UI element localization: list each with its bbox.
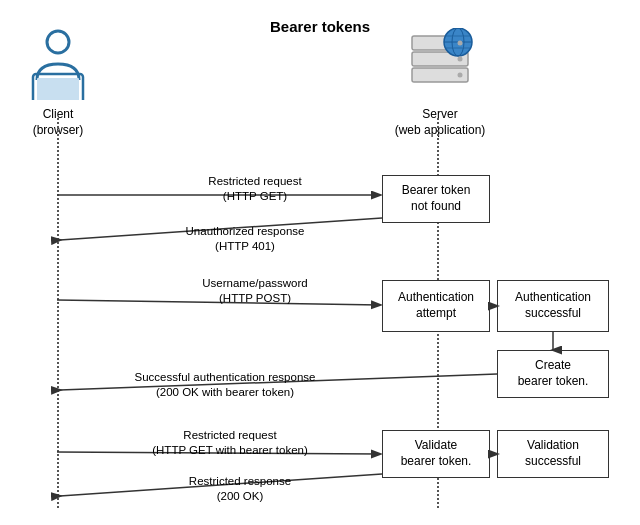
- successful-auth-response-label: Successful authentication response (200 …: [80, 370, 370, 400]
- svg-point-15: [458, 73, 463, 78]
- server-icon: Server (web application): [390, 28, 490, 138]
- create-bearer-box: Createbearer token.: [497, 350, 609, 398]
- client-vline: [57, 118, 59, 508]
- bearer-not-found-box: Bearer tokennot found: [382, 175, 490, 223]
- validation-successful-box: Validationsuccessful: [497, 430, 609, 478]
- restricted-response-label: Restricted response (200 OK): [130, 474, 350, 504]
- auth-successful-box: Authenticationsuccessful: [497, 280, 609, 332]
- auth-attempt-box: Authenticationattempt: [382, 280, 490, 332]
- svg-point-14: [458, 57, 463, 62]
- unauthorized-response-label: Unauthorized response (HTTP 401): [140, 224, 350, 254]
- svg-point-0: [47, 31, 69, 53]
- svg-point-13: [458, 41, 463, 46]
- restricted-request-bearer-label: Restricted request (HTTP GET with bearer…: [100, 428, 360, 458]
- diagram-container: Bearer tokens Client (browser): [0, 0, 640, 525]
- username-password-label: Username/password (HTTP POST): [160, 276, 350, 306]
- svg-rect-2: [37, 78, 79, 100]
- server-label: Server (web application): [390, 107, 490, 138]
- restricted-request-label: Restricted request (HTTP GET): [160, 174, 350, 204]
- validate-bearer-box: Validatebearer token.: [382, 430, 490, 478]
